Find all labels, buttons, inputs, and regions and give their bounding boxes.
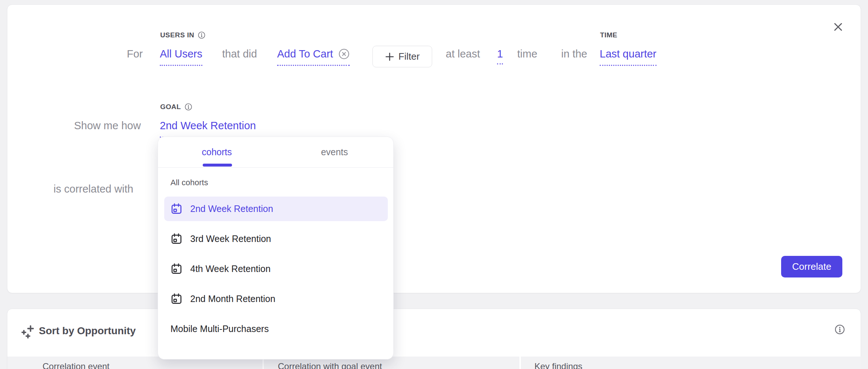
sort-by-opportunity-button[interactable]: Sort by Opportunity	[39, 325, 136, 337]
cohort-item-label: Multi-Day Browsers Not Finding What They	[170, 358, 346, 359]
cohort-item-label: 2nd Month Retention	[190, 294, 275, 304]
calendar-icon	[170, 293, 183, 305]
time-label: TIME	[600, 31, 617, 39]
close-button[interactable]	[831, 19, 845, 34]
sort-row: Sort by Opportunity	[7, 309, 861, 357]
count-field[interactable]: 1	[497, 48, 503, 60]
users-in-label: USERS IN	[160, 31, 206, 39]
info-icon[interactable]	[184, 103, 192, 111]
calendar-icon	[170, 263, 183, 275]
tab-cohorts[interactable]: cohorts	[158, 137, 276, 167]
users-field[interactable]: USERS IN All Users	[160, 48, 202, 66]
sparkle-sort-icon	[21, 325, 35, 339]
is-correlated-with-word: is correlated with	[54, 183, 133, 195]
for-word: For	[127, 48, 143, 60]
results-panel: Sort by Opportunity Correlation event Co…	[7, 309, 861, 369]
correlate-button[interactable]: Correlate	[781, 256, 842, 277]
add-filter-button[interactable]: Filter	[372, 46, 432, 67]
cohort-item-label: Mobile Multi-Purchasers	[170, 324, 269, 334]
info-icon	[834, 324, 845, 335]
users-value: All Users	[160, 48, 202, 60]
column-header-text: Key findings	[534, 361, 582, 369]
time-range-field[interactable]: TIME Last quarter	[600, 48, 656, 66]
event-value: Add To Cart	[277, 48, 333, 60]
all-cohorts-section-label: All cohorts	[170, 178, 208, 187]
cohort-item[interactable]: 4th Week Retention	[164, 257, 388, 281]
plus-icon	[385, 52, 394, 61]
filter-button-label: Filter	[398, 51, 420, 62]
cohort-item-label: 2nd Week Retention	[190, 204, 273, 214]
dropdown-tabbar: cohorts events	[158, 137, 393, 168]
time-label-text: TIME	[600, 31, 617, 39]
cohort-item[interactable]: Mobile Multi-Purchasers	[164, 317, 388, 341]
panel-info-button[interactable]	[833, 323, 846, 336]
at-least-word: at least	[446, 48, 480, 60]
column-header-text: Correlation with goal event	[278, 361, 382, 369]
calendar-icon	[170, 233, 183, 245]
correlation-query-card: For USERS IN All Users that did Add To C…	[7, 4, 861, 293]
cohort-item[interactable]: 2nd Week Retention	[164, 197, 388, 221]
cohort-item[interactable]: 3rd Week Retention	[164, 227, 388, 251]
goal-label-text: GOAL	[160, 103, 181, 111]
tab-events[interactable]: events	[276, 137, 393, 167]
close-icon	[833, 22, 843, 32]
goal-label: GOAL	[160, 103, 192, 111]
time-range-value: Last quarter	[600, 48, 656, 60]
users-in-label-text: USERS IN	[160, 31, 194, 39]
remove-event-icon[interactable]	[338, 48, 350, 60]
column-key-findings: Key findings	[521, 357, 861, 369]
goal-field[interactable]: GOAL 2nd Week Retention	[160, 120, 256, 138]
time-word: time	[517, 48, 537, 60]
count-underline	[497, 63, 503, 64]
in-the-word: in the	[561, 48, 587, 60]
goal-picker-dropdown: cohorts events All cohorts 2nd Week Rete…	[158, 137, 394, 359]
event-field[interactable]: Add To Cart	[277, 48, 350, 66]
info-icon[interactable]	[198, 31, 206, 39]
results-table-header: Correlation event Correlation with goal …	[7, 357, 861, 369]
column-header-text: Correlation event	[43, 361, 110, 369]
cohort-item[interactable]: 2nd Month Retention	[164, 287, 388, 311]
cohort-item-label: 4th Week Retention	[190, 264, 271, 274]
show-me-how-word: Show me how	[74, 120, 141, 132]
that-did-word: that did	[222, 48, 257, 60]
goal-value: 2nd Week Retention	[160, 120, 256, 132]
calendar-icon	[170, 203, 183, 215]
active-tab-indicator	[203, 164, 232, 167]
cohort-item[interactable]: Multi-Day Browsers Not Finding What They	[164, 351, 388, 359]
cohort-item-label: 3rd Week Retention	[190, 234, 271, 244]
